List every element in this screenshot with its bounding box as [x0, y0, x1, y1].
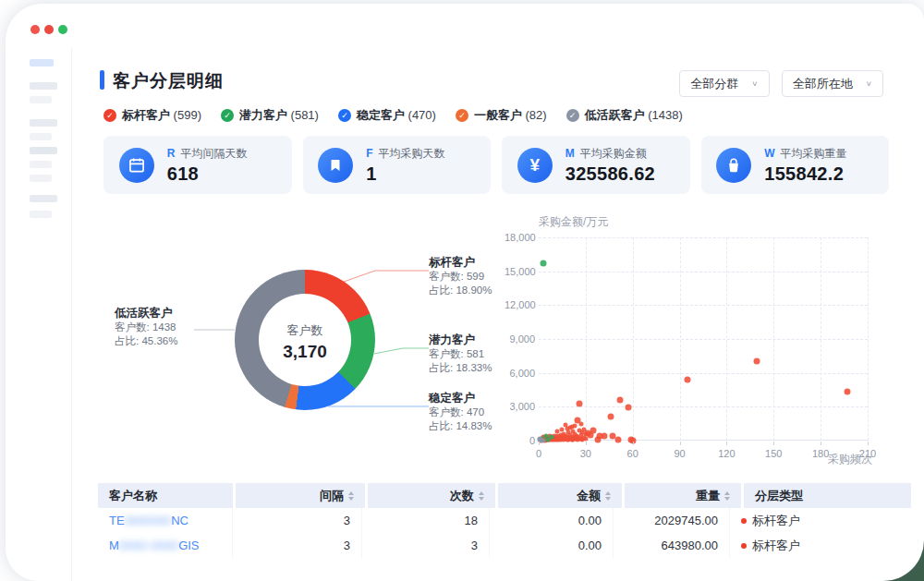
scatter-point [602, 433, 608, 440]
scatter-point [607, 414, 614, 420]
scatter-point [615, 437, 622, 443]
calendar-icon [119, 148, 154, 183]
gridline [539, 373, 868, 374]
sidebar-skeleton-item [30, 96, 52, 103]
donut-chart: 客户数 3,170 标杆客户客户数: 599占比: 18.90%潜力客户客户数:… [98, 212, 509, 475]
sort-icon[interactable] [348, 491, 354, 501]
scatter-point [844, 389, 850, 395]
donut-center-value: 3,170 [235, 342, 375, 362]
callout-percent: 占比: 45.36% [115, 334, 225, 348]
scatter-point [541, 438, 546, 442]
y-tick-label: 3,000 [505, 401, 535, 412]
table-row: TEOOOOONC3180.002029745.00标杆客户 [98, 508, 911, 533]
sort-icon[interactable] [605, 491, 611, 501]
yen-icon: ¥ [517, 148, 553, 183]
sidebar [6, 48, 72, 581]
y-tick-label: 6,000 [505, 368, 535, 379]
stat-letter: M [565, 147, 575, 160]
legend-label: 标杆客户 (599) [122, 107, 201, 124]
y-tick-label: 0 [505, 435, 535, 446]
column-header-3[interactable]: 金额 [498, 483, 622, 508]
legend-label: 一般客户 (82) [474, 107, 547, 124]
customer-name-cell: MOOO OOOGIS [98, 533, 233, 558]
window-close-button[interactable] [30, 25, 40, 34]
table-row: MOOO OOOGIS330.00643980.00标杆客户 [98, 533, 911, 558]
scatter-point [625, 404, 631, 410]
scatter-point [541, 260, 547, 267]
sidebar-skeleton-item [30, 211, 52, 218]
scatter-point [546, 437, 551, 442]
scatter-point [583, 436, 588, 441]
scatter-point [578, 421, 583, 426]
sort-icon[interactable] [724, 491, 730, 501]
location-filter-dropdown[interactable]: 全部所在地 ∨ [782, 70, 883, 97]
scatter-point [567, 425, 572, 430]
cell-interval: 3 [233, 533, 362, 558]
legend-item[interactable]: ✓一般客户 (82) [456, 107, 547, 124]
legend-item[interactable]: ✓稳定客户 (470) [338, 107, 436, 124]
gridline [539, 305, 868, 306]
sidebar-skeleton-item [30, 82, 57, 90]
stat-letter: R [167, 147, 176, 160]
customer-name-link[interactable]: MOOO OOOGIS [109, 539, 200, 552]
type-dot-icon [741, 518, 747, 524]
page-title: 客户分层明细 [113, 69, 224, 93]
stat-body: M平均采购金额325586.62 [565, 146, 675, 185]
gridline [821, 237, 821, 441]
legend-item[interactable]: ✓低活跃客户 (1438) [566, 107, 683, 124]
x-tick-label: 90 [674, 448, 685, 459]
scatter-point [753, 358, 760, 365]
legend-item[interactable]: ✓潜力客户 (581) [221, 107, 319, 124]
cell-type: 标杆客户 [730, 508, 911, 533]
x-tick-mark [773, 442, 774, 445]
x-tick-mark [633, 442, 634, 445]
column-header-label: 次数 [450, 488, 474, 504]
sort-icon[interactable] [479, 491, 484, 501]
x-tick-label: 180 [812, 448, 829, 459]
y-tick-label: 18,000 [505, 232, 535, 243]
check-circle-icon: ✓ [221, 109, 234, 122]
stat-value: 618 [167, 163, 276, 185]
name-prefix: M [109, 539, 119, 552]
cell-weight: 2029745.00 [614, 508, 730, 533]
column-header-label: 客户名称 [109, 488, 157, 504]
legend-item[interactable]: ✓标杆客户 (599) [103, 107, 201, 124]
name-redacted: OOOOO [125, 514, 172, 527]
weight-icon [716, 148, 751, 183]
legend-label: 稳定客户 (470) [357, 107, 436, 124]
type-label: 标杆客户 [752, 513, 800, 529]
gridline [539, 272, 868, 272]
sidebar-skeleton-item [30, 175, 52, 182]
segment-filter-dropdown[interactable]: 全部分群 ∨ [679, 70, 769, 97]
legend-label: 低活跃客户 (1438) [585, 107, 683, 124]
x-tick-label: 0 [536, 448, 541, 459]
chevron-down-icon: ∨ [751, 79, 758, 88]
type-dot-icon [741, 543, 747, 549]
column-header-4[interactable]: 重量 [625, 483, 741, 508]
column-header-1[interactable]: 间隔 [236, 483, 365, 508]
donut-callout: 低活跃客户客户数: 1438占比: 45.36% [115, 307, 225, 348]
name-suffix: NC [171, 514, 188, 527]
gridline [539, 406, 868, 407]
stat-value: 325586.62 [565, 163, 675, 185]
column-header-2[interactable]: 次数 [368, 483, 495, 508]
gridline [726, 237, 727, 441]
cell-times: 18 [362, 508, 490, 533]
scatter-point [572, 424, 577, 429]
window-minimize-button[interactable] [44, 25, 54, 34]
customer-name-link[interactable]: TEOOOOONC [109, 514, 188, 527]
column-header-label: 分层类型 [755, 488, 803, 504]
page: 客户分层明细 全部分群 ∨ 全部所在地 ∨ ✓标杆客户 (599)✓潜力客户 (… [0, 0, 924, 581]
cell-interval: 3 [233, 508, 362, 533]
scatter-point [577, 400, 583, 406]
stat-cards: R平均间隔天数618F平均采购天数1¥M平均采购金额325586.62W平均采购… [103, 136, 889, 194]
scatter-point [560, 428, 565, 432]
scatter-point [685, 377, 691, 383]
cell-type: 标杆客户 [730, 533, 911, 558]
stat-value: 1 [366, 163, 475, 185]
stat-card: F平均采购天数1 [303, 136, 492, 194]
window-fullscreen-button[interactable] [58, 25, 67, 34]
scatter-point [583, 431, 588, 436]
callout-count: 客户数: 1438 [115, 321, 225, 334]
stat-body: R平均间隔天数618 [167, 146, 276, 185]
